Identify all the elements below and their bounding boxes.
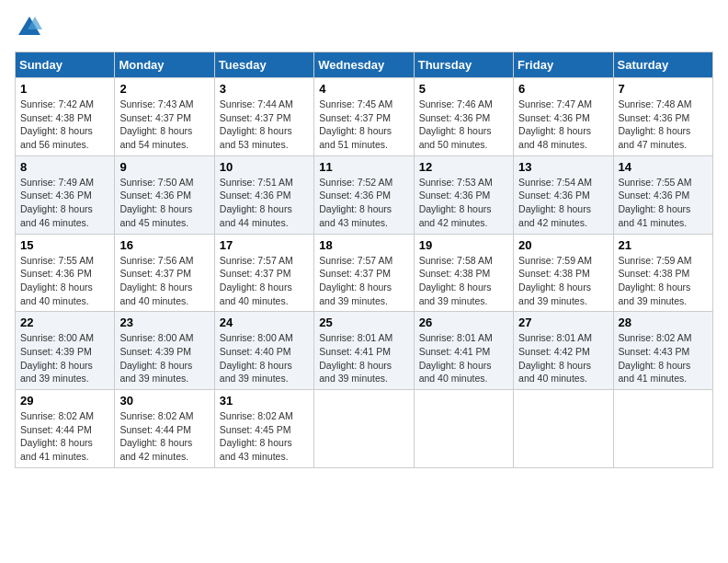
day-info: Sunrise: 7:57 AMSunset: 4:37 PMDaylight:… bbox=[220, 254, 309, 308]
calendar-cell: 11Sunrise: 7:52 AMSunset: 4:36 PMDayligh… bbox=[314, 155, 414, 234]
day-info: Sunrise: 7:47 AMSunset: 4:36 PMDaylight:… bbox=[518, 98, 608, 152]
day-info: Sunrise: 8:01 AMSunset: 4:42 PMDaylight:… bbox=[518, 331, 608, 385]
calendar-cell: 31Sunrise: 8:02 AMSunset: 4:45 PMDayligh… bbox=[214, 390, 313, 468]
calendar-cell: 12Sunrise: 7:53 AMSunset: 4:36 PMDayligh… bbox=[414, 155, 513, 234]
day-info: Sunrise: 7:49 AMSunset: 4:36 PMDaylight:… bbox=[20, 176, 109, 230]
day-number: 19 bbox=[419, 238, 508, 252]
day-number: 20 bbox=[518, 238, 608, 252]
calendar-cell: 14Sunrise: 7:55 AMSunset: 4:36 PMDayligh… bbox=[613, 155, 712, 234]
calendar-cell: 21Sunrise: 7:59 AMSunset: 4:38 PMDayligh… bbox=[613, 234, 712, 312]
day-number: 31 bbox=[220, 394, 309, 408]
calendar-cell: 28Sunrise: 8:02 AMSunset: 4:43 PMDayligh… bbox=[613, 312, 712, 390]
calendar-cell: 15Sunrise: 7:55 AMSunset: 4:36 PMDayligh… bbox=[16, 234, 115, 312]
day-number: 25 bbox=[319, 316, 408, 329]
calendar-week-row: 29Sunrise: 8:02 AMSunset: 4:44 PMDayligh… bbox=[16, 390, 713, 468]
calendar-cell: 3Sunrise: 7:44 AMSunset: 4:37 PMDaylight… bbox=[214, 78, 313, 156]
calendar-cell: 4Sunrise: 7:45 AMSunset: 4:37 PMDaylight… bbox=[314, 78, 414, 156]
day-number: 10 bbox=[220, 160, 309, 174]
calendar-day-header: Wednesday bbox=[314, 52, 414, 78]
day-number: 30 bbox=[119, 394, 209, 408]
calendar-cell: 25Sunrise: 8:01 AMSunset: 4:41 PMDayligh… bbox=[314, 312, 414, 390]
day-info: Sunrise: 7:42 AMSunset: 4:38 PMDaylight:… bbox=[20, 98, 109, 152]
calendar-cell bbox=[514, 390, 613, 468]
day-number: 28 bbox=[619, 316, 708, 329]
day-number: 13 bbox=[518, 160, 608, 174]
calendar-day-header: Friday bbox=[514, 52, 613, 78]
calendar-cell: 26Sunrise: 8:01 AMSunset: 4:41 PMDayligh… bbox=[414, 312, 513, 390]
calendar-cell: 6Sunrise: 7:47 AMSunset: 4:36 PMDaylight… bbox=[514, 78, 613, 156]
calendar-cell: 5Sunrise: 7:46 AMSunset: 4:36 PMDaylight… bbox=[414, 78, 513, 156]
day-number: 7 bbox=[619, 82, 708, 96]
day-number: 18 bbox=[319, 238, 408, 252]
day-info: Sunrise: 8:02 AMSunset: 4:44 PMDaylight:… bbox=[20, 409, 109, 464]
day-number: 23 bbox=[119, 316, 209, 329]
calendar-cell: 23Sunrise: 8:00 AMSunset: 4:39 PMDayligh… bbox=[115, 312, 214, 390]
day-number: 9 bbox=[119, 160, 209, 174]
day-number: 8 bbox=[20, 160, 109, 174]
day-info: Sunrise: 7:45 AMSunset: 4:37 PMDaylight:… bbox=[319, 98, 408, 152]
day-number: 3 bbox=[220, 82, 309, 96]
calendar-cell: 19Sunrise: 7:58 AMSunset: 4:38 PMDayligh… bbox=[414, 234, 513, 312]
day-info: Sunrise: 8:00 AMSunset: 4:39 PMDaylight:… bbox=[119, 331, 209, 385]
day-number: 29 bbox=[20, 394, 109, 408]
day-info: Sunrise: 7:52 AMSunset: 4:36 PMDaylight:… bbox=[319, 176, 408, 230]
day-number: 11 bbox=[319, 160, 408, 174]
calendar-cell: 8Sunrise: 7:49 AMSunset: 4:36 PMDaylight… bbox=[16, 155, 115, 234]
calendar-cell: 22Sunrise: 8:00 AMSunset: 4:39 PMDayligh… bbox=[16, 312, 115, 390]
day-info: Sunrise: 7:55 AMSunset: 4:36 PMDaylight:… bbox=[619, 176, 708, 230]
day-info: Sunrise: 7:50 AMSunset: 4:36 PMDaylight:… bbox=[119, 176, 209, 230]
calendar-day-header: Thursday bbox=[414, 52, 513, 78]
calendar-cell bbox=[613, 390, 712, 468]
day-info: Sunrise: 8:01 AMSunset: 4:41 PMDaylight:… bbox=[319, 331, 408, 385]
calendar-day-header: Monday bbox=[115, 52, 214, 78]
calendar-week-row: 15Sunrise: 7:55 AMSunset: 4:36 PMDayligh… bbox=[16, 234, 713, 312]
day-info: Sunrise: 7:43 AMSunset: 4:37 PMDaylight:… bbox=[119, 98, 209, 152]
day-info: Sunrise: 7:56 AMSunset: 4:37 PMDaylight:… bbox=[119, 254, 209, 308]
day-number: 4 bbox=[319, 82, 408, 96]
day-number: 15 bbox=[20, 238, 109, 252]
day-number: 22 bbox=[20, 316, 109, 329]
calendar-header-row: SundayMondayTuesdayWednesdayThursdayFrid… bbox=[16, 52, 713, 78]
day-info: Sunrise: 7:48 AMSunset: 4:36 PMDaylight:… bbox=[619, 98, 708, 152]
day-info: Sunrise: 7:58 AMSunset: 4:38 PMDaylight:… bbox=[419, 254, 508, 308]
calendar-week-row: 22Sunrise: 8:00 AMSunset: 4:39 PMDayligh… bbox=[16, 312, 713, 390]
calendar-day-header: Saturday bbox=[613, 52, 712, 78]
day-info: Sunrise: 7:53 AMSunset: 4:36 PMDaylight:… bbox=[419, 176, 508, 230]
calendar-cell: 2Sunrise: 7:43 AMSunset: 4:37 PMDaylight… bbox=[115, 78, 214, 156]
day-number: 12 bbox=[419, 160, 508, 174]
calendar-cell: 13Sunrise: 7:54 AMSunset: 4:36 PMDayligh… bbox=[514, 155, 613, 234]
calendar-cell: 24Sunrise: 8:00 AMSunset: 4:40 PMDayligh… bbox=[214, 312, 313, 390]
day-info: Sunrise: 7:57 AMSunset: 4:37 PMDaylight:… bbox=[319, 254, 408, 308]
day-number: 26 bbox=[419, 316, 508, 329]
calendar-cell: 7Sunrise: 7:48 AMSunset: 4:36 PMDaylight… bbox=[613, 78, 712, 156]
day-number: 14 bbox=[619, 160, 708, 174]
day-info: Sunrise: 8:02 AMSunset: 4:45 PMDaylight:… bbox=[220, 409, 309, 464]
day-info: Sunrise: 7:55 AMSunset: 4:36 PMDaylight:… bbox=[20, 254, 109, 308]
day-info: Sunrise: 7:44 AMSunset: 4:37 PMDaylight:… bbox=[220, 98, 309, 152]
day-info: Sunrise: 8:00 AMSunset: 4:39 PMDaylight:… bbox=[20, 331, 109, 385]
day-info: Sunrise: 7:59 AMSunset: 4:38 PMDaylight:… bbox=[619, 254, 708, 308]
calendar-week-row: 1Sunrise: 7:42 AMSunset: 4:38 PMDaylight… bbox=[16, 78, 713, 156]
day-number: 6 bbox=[518, 82, 608, 96]
calendar-day-header: Sunday bbox=[16, 52, 115, 78]
day-info: Sunrise: 8:02 AMSunset: 4:44 PMDaylight:… bbox=[119, 409, 209, 464]
day-number: 21 bbox=[619, 238, 708, 252]
calendar-cell: 9Sunrise: 7:50 AMSunset: 4:36 PMDaylight… bbox=[115, 155, 214, 234]
day-info: Sunrise: 7:59 AMSunset: 4:38 PMDaylight:… bbox=[518, 254, 608, 308]
logo-icon bbox=[17, 15, 42, 40]
page-header bbox=[15, 15, 713, 40]
day-info: Sunrise: 7:54 AMSunset: 4:36 PMDaylight:… bbox=[518, 176, 608, 230]
logo bbox=[15, 15, 42, 40]
calendar-cell: 1Sunrise: 7:42 AMSunset: 4:38 PMDaylight… bbox=[16, 78, 115, 156]
day-number: 5 bbox=[419, 82, 508, 96]
calendar-cell: 17Sunrise: 7:57 AMSunset: 4:37 PMDayligh… bbox=[214, 234, 313, 312]
day-number: 1 bbox=[20, 82, 109, 96]
day-info: Sunrise: 7:51 AMSunset: 4:36 PMDaylight:… bbox=[220, 176, 309, 230]
day-number: 2 bbox=[119, 82, 209, 96]
day-number: 16 bbox=[119, 238, 209, 252]
calendar-cell bbox=[414, 390, 513, 468]
day-number: 24 bbox=[220, 316, 309, 329]
calendar-day-header: Tuesday bbox=[214, 52, 313, 78]
calendar-table: SundayMondayTuesdayWednesdayThursdayFrid… bbox=[15, 52, 713, 468]
day-info: Sunrise: 8:02 AMSunset: 4:43 PMDaylight:… bbox=[619, 331, 708, 385]
